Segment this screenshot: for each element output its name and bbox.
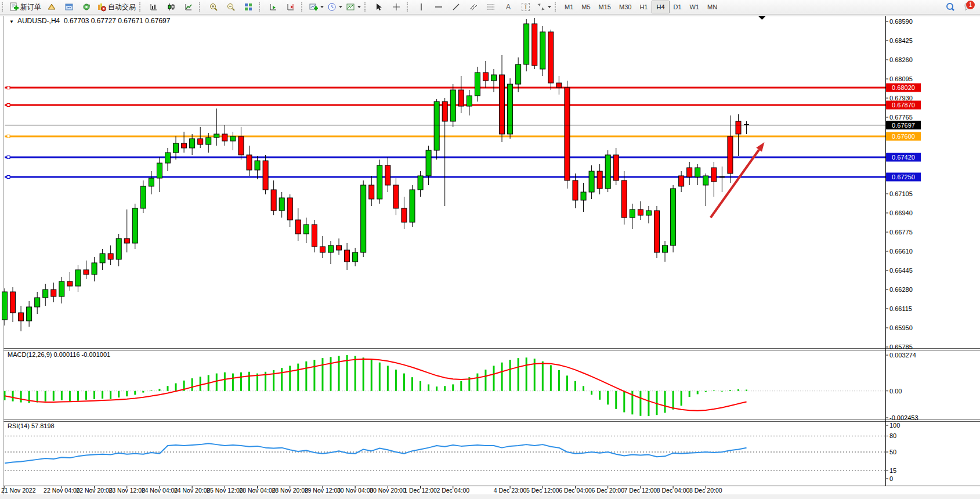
candle-body[interactable] <box>328 245 334 252</box>
toolbar-grip[interactable] <box>259 2 263 12</box>
candle-body[interactable] <box>19 313 24 321</box>
template-dropdown[interactable] <box>344 1 363 13</box>
candle-body[interactable] <box>75 270 81 286</box>
candle-body[interactable] <box>198 139 203 144</box>
chart-shift-button[interactable] <box>282 1 299 13</box>
text-label-tool-button[interactable]: T <box>517 1 534 13</box>
candle-body[interactable] <box>671 189 676 245</box>
candle-body[interactable] <box>149 178 154 186</box>
candle-body[interactable] <box>703 176 708 185</box>
toolbar-grip[interactable] <box>364 2 368 12</box>
candle-body[interactable] <box>361 185 366 252</box>
candle-body[interactable] <box>2 292 8 320</box>
candle-body[interactable] <box>654 211 660 252</box>
notifications-button[interactable]: 1 <box>963 0 977 14</box>
toolbar-grip[interactable] <box>301 2 305 12</box>
candle-body[interactable] <box>116 238 121 259</box>
tab-timeframe-m15[interactable]: M15 <box>595 1 615 13</box>
candle-body[interactable] <box>540 32 545 69</box>
candle-body[interactable] <box>483 73 488 81</box>
tab-timeframe-m5[interactable]: M5 <box>577 1 594 13</box>
candle-body[interactable] <box>165 153 171 163</box>
candle-body[interactable] <box>43 290 48 298</box>
candle-body[interactable] <box>295 220 301 234</box>
candle-body[interactable] <box>695 168 700 177</box>
candle-body[interactable] <box>247 155 252 170</box>
candle-body[interactable] <box>214 134 219 138</box>
candle-body[interactable] <box>287 198 292 220</box>
candle-body[interactable] <box>100 254 105 263</box>
candle-body[interactable] <box>450 90 455 121</box>
candle-body[interactable] <box>353 252 358 262</box>
candle-body[interactable] <box>35 298 40 307</box>
candle-body[interactable] <box>491 75 497 81</box>
candle-body[interactable] <box>385 165 390 185</box>
toolbar-grip[interactable] <box>139 2 143 12</box>
candle-body[interactable] <box>475 73 480 96</box>
candle-body[interactable] <box>679 176 684 186</box>
tab-timeframe-m1[interactable]: M1 <box>560 1 577 13</box>
candle-body[interactable] <box>556 83 562 88</box>
candle-body[interactable] <box>402 208 407 222</box>
candle-body[interactable] <box>605 155 610 189</box>
candle-body[interactable] <box>458 90 464 106</box>
candle-body[interactable] <box>27 307 32 321</box>
candle-body[interactable] <box>573 180 578 200</box>
candle-body[interactable] <box>230 136 236 141</box>
candlestick-mode-button[interactable] <box>162 1 180 13</box>
candle-body[interactable] <box>255 161 260 170</box>
candle-body[interactable] <box>621 180 627 218</box>
candle-body[interactable] <box>516 64 521 84</box>
level-anchor-marker[interactable] <box>7 156 10 159</box>
candle-body[interactable] <box>108 254 113 259</box>
candle-body[interactable] <box>410 190 415 222</box>
candle-body[interactable] <box>663 245 668 252</box>
candle-body[interactable] <box>173 143 179 153</box>
candle-body[interactable] <box>238 136 244 155</box>
candle-body[interactable] <box>190 139 195 148</box>
candle-body[interactable] <box>182 143 187 148</box>
tab-timeframe-h1[interactable]: H1 <box>635 1 652 13</box>
arrows-tool-dropdown[interactable] <box>534 1 553 13</box>
level-anchor-marker[interactable] <box>7 176 10 179</box>
trendline-tool-button[interactable] <box>447 1 465 13</box>
candle-body[interactable] <box>84 270 89 274</box>
candle-body[interactable] <box>393 185 399 208</box>
candle-body[interactable] <box>59 281 64 296</box>
candle-body[interactable] <box>426 150 431 176</box>
candle-body[interactable] <box>418 176 423 190</box>
candle-body[interactable] <box>736 121 741 134</box>
zoom-in-button[interactable] <box>205 1 222 13</box>
auto-trading-button[interactable]: 自动交易 <box>95 1 138 13</box>
candle-body[interactable] <box>687 168 692 177</box>
candle-body[interactable] <box>728 136 733 173</box>
tab-timeframe-m30[interactable]: M30 <box>615 1 635 13</box>
level-anchor-marker[interactable] <box>7 86 10 89</box>
tab-timeframe-h4[interactable]: H4 <box>652 1 669 13</box>
candle-body[interactable] <box>132 208 138 243</box>
candle-body[interactable] <box>345 250 350 262</box>
auto-scroll-button[interactable] <box>265 1 282 13</box>
candle-body[interactable] <box>279 198 284 211</box>
candle-body[interactable] <box>271 190 276 211</box>
candle-body[interactable] <box>646 211 651 215</box>
candle-body[interactable] <box>377 165 382 199</box>
candle-body[interactable] <box>589 171 594 192</box>
chart-canvas[interactable]: 0.685900.684250.682600.680950.679300.677… <box>0 0 980 499</box>
candle-body[interactable] <box>613 155 619 180</box>
candle-body[interactable] <box>638 209 643 215</box>
candle-body[interactable] <box>442 102 447 121</box>
line-chart-mode-button[interactable] <box>180 1 197 13</box>
vertical-line-tool-button[interactable] <box>413 1 430 13</box>
candle-body[interactable] <box>206 138 211 144</box>
candle-body[interactable] <box>312 225 317 247</box>
candle-body[interactable] <box>92 263 97 274</box>
candle-body[interactable] <box>320 247 325 252</box>
candle-body[interactable] <box>67 281 73 286</box>
candle-body[interactable] <box>157 163 162 178</box>
crosshair-tool-button[interactable] <box>388 1 405 13</box>
tab-timeframe-d1[interactable]: D1 <box>670 1 686 13</box>
candle-body[interactable] <box>532 24 537 66</box>
market-watch-button[interactable] <box>43 1 60 13</box>
toolbar-grip[interactable] <box>555 2 559 12</box>
